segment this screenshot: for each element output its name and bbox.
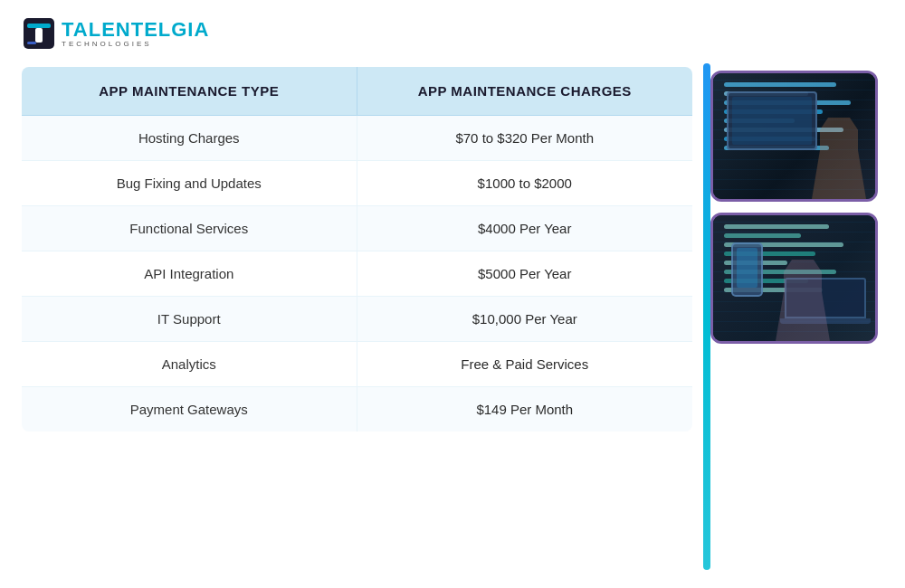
table-row: Hosting Charges$70 to $320 Per Month	[22, 116, 692, 161]
phone-screen	[737, 248, 757, 288]
top-image-card	[710, 71, 878, 202]
logo-brand-name: TALENTELGIA	[62, 20, 209, 40]
bottom-image	[713, 215, 875, 341]
table-cell-charge: $10,000 Per Year	[357, 297, 693, 342]
table-cell-charge: $4000 Per Year	[357, 206, 693, 251]
table-cell-charge: $70 to $320 Per Month	[357, 116, 693, 161]
table-row: Payment Gateways$149 Per Month	[22, 387, 692, 432]
table-cell-type: Hosting Charges	[22, 116, 357, 161]
monitor-shape	[727, 91, 817, 150]
logo-sub-title: TECHNOLOGIES	[62, 41, 209, 48]
table-header-row: APP MAINTENANCE TYPE APP MAINTENANCE CHA…	[22, 67, 692, 116]
bottom-image-card	[710, 213, 878, 344]
logo: TALENTELGIA TECHNOLOGIES	[22, 16, 209, 51]
table-cell-charge: $5000 Per Year	[357, 251, 693, 297]
table-cell-charge: $149 Per Month	[357, 387, 693, 432]
top-image	[713, 73, 875, 199]
col1-header: APP MAINTENANCE TYPE	[22, 67, 357, 116]
table-cell-type: Analytics	[22, 342, 357, 387]
table-cell-type: IT Support	[22, 297, 357, 342]
code-line	[724, 82, 836, 87]
phone-shape	[731, 242, 763, 297]
table-cell-charge: Free & Paid Services	[357, 342, 693, 387]
main-layout: APP MAINTENANCE TYPE APP MAINTENANCE CHA…	[0, 60, 905, 584]
table-row: AnalyticsFree & Paid Services	[22, 342, 692, 387]
logo-icon	[22, 16, 56, 51]
table-section: APP MAINTENANCE TYPE APP MAINTENANCE CHA…	[22, 67, 692, 577]
code-line	[724, 224, 829, 229]
logo-brand-accent: T	[62, 18, 73, 41]
maintenance-table: APP MAINTENANCE TYPE APP MAINTENANCE CHA…	[22, 67, 692, 432]
code-line	[724, 233, 801, 238]
teal-vertical-bar	[703, 63, 710, 570]
monitor-screen	[732, 97, 812, 145]
table-row: Bug Fixing and Updates$1000 to $2000	[22, 161, 692, 206]
right-panel	[710, 67, 887, 577]
svg-rect-2	[35, 28, 43, 43]
svg-rect-1	[27, 24, 51, 28]
table-cell-type: Bug Fixing and Updates	[22, 161, 357, 206]
table-row: Functional Services$4000 Per Year	[22, 206, 692, 251]
table-cell-type: API Integration	[22, 251, 357, 297]
table-cell-type: Payment Gateways	[22, 387, 357, 432]
logo-brand-rest: ALENTELGIA	[73, 18, 210, 41]
table-cell-charge: $1000 to $2000	[357, 161, 693, 206]
col2-header: APP MAINTENANCE CHARGES	[357, 67, 693, 116]
table-row: API Integration$5000 Per Year	[22, 251, 692, 297]
person-silhouette	[812, 118, 866, 199]
person-silhouette-bottom	[776, 260, 830, 341]
svg-rect-3	[27, 42, 36, 44]
header: TALENTELGIA TECHNOLOGIES	[0, 0, 905, 60]
table-row: IT Support$10,000 Per Year	[22, 297, 692, 342]
table-cell-type: Functional Services	[22, 206, 357, 251]
logo-text: TALENTELGIA TECHNOLOGIES	[62, 20, 209, 48]
